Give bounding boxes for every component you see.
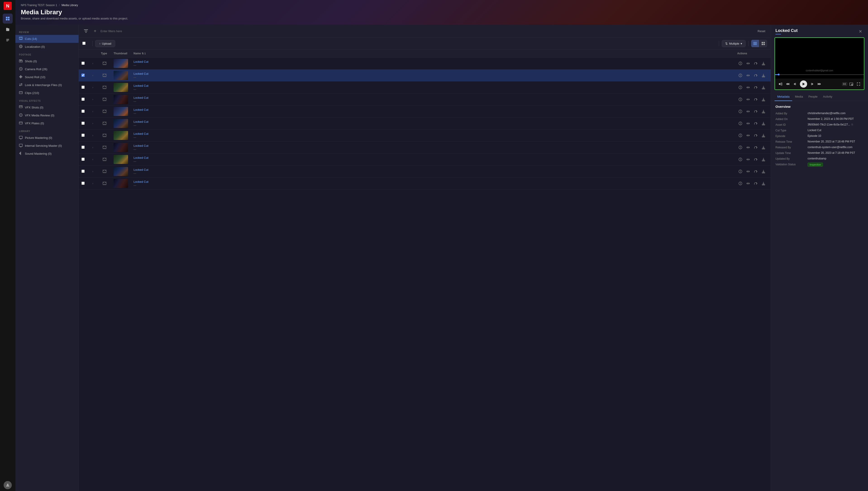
sidebar-item-localization[interactable]: Localization (0)	[16, 43, 79, 51]
row-expand-btn-8[interactable]: ›	[90, 145, 95, 150]
row-checkbox-5[interactable]	[82, 110, 85, 113]
row-info-btn-1[interactable]	[737, 60, 744, 66]
row-thumbnail-1[interactable]	[114, 59, 128, 68]
row-forward-btn-6[interactable]	[753, 120, 759, 126]
tab-metadata[interactable]: Metadata	[775, 93, 792, 101]
row-thumbnail-2[interactable]	[114, 71, 128, 80]
row-share-btn-10[interactable]	[745, 168, 751, 175]
row-expand-btn-1[interactable]: ›	[90, 61, 95, 66]
sidebar-item-clips[interactable]: Clips (210)	[16, 89, 79, 97]
row-share-btn-11[interactable]	[745, 180, 751, 186]
folder-icon-btn[interactable]	[3, 25, 13, 34]
row-download-btn-9[interactable]	[760, 156, 767, 163]
row-expand-btn-3[interactable]: ›	[90, 85, 95, 90]
captions-button[interactable]: CC	[842, 82, 847, 86]
row-share-btn-3[interactable]	[745, 84, 751, 91]
row-name-1[interactable]: Locked Cut	[133, 60, 732, 63]
row-checkbox-7[interactable]	[82, 134, 85, 137]
row-info-btn-9[interactable]	[737, 156, 744, 163]
row-forward-btn-11[interactable]	[753, 180, 759, 186]
row-expand-btn-11[interactable]: ›	[90, 181, 95, 186]
sort-button[interactable]: ⇅ Multiple ▾	[722, 40, 746, 47]
row-download-btn-2[interactable]	[760, 72, 767, 79]
row-expand-btn-6[interactable]: ›	[90, 121, 95, 126]
row-share-btn-7[interactable]	[745, 132, 751, 139]
row-forward-btn-9[interactable]	[753, 156, 759, 163]
list-view-button[interactable]	[751, 40, 759, 47]
row-share-btn-9[interactable]	[745, 156, 751, 163]
row-name-8[interactable]: Locked Cut	[133, 144, 732, 147]
fullscreen-button[interactable]	[855, 81, 862, 87]
sidebar-item-vfx-media-review[interactable]: VFX Media Review (0)	[16, 111, 79, 119]
row-forward-btn-1[interactable]	[753, 60, 759, 66]
copy-asset-id-button[interactable]: ⎘	[851, 123, 853, 126]
row-name-7[interactable]: Locked Cut	[133, 132, 732, 136]
play-button[interactable]	[800, 80, 807, 88]
add-filter-icon[interactable]: +	[91, 27, 99, 35]
row-checkbox-8[interactable]	[82, 146, 85, 149]
row-thumbnail-8[interactable]	[114, 143, 128, 152]
media-library-icon-btn[interactable]	[3, 13, 13, 24]
row-thumbnail-9[interactable]	[114, 155, 128, 164]
tab-people[interactable]: People	[806, 93, 820, 101]
row-forward-btn-7[interactable]	[753, 132, 759, 139]
row-checkbox-10[interactable]	[82, 170, 85, 173]
breadcrumb-project[interactable]: NPS Training TEST: Season 1	[21, 4, 57, 7]
volume-button[interactable]	[777, 81, 784, 87]
row-download-btn-8[interactable]	[760, 144, 767, 151]
row-info-btn-8[interactable]	[737, 144, 744, 151]
row-thumbnail-5[interactable]	[114, 107, 128, 116]
row-info-btn-3[interactable]	[737, 84, 744, 91]
row-thumbnail-11[interactable]	[114, 179, 128, 188]
pip-button[interactable]	[848, 81, 855, 87]
row-forward-btn-5[interactable]	[753, 108, 759, 115]
row-checkbox-11[interactable]	[82, 182, 85, 185]
row-download-btn-5[interactable]	[760, 108, 767, 115]
row-info-btn-10[interactable]	[737, 168, 744, 175]
row-thumbnail-3[interactable]	[114, 83, 128, 92]
row-download-btn-1[interactable]	[760, 60, 767, 66]
netflix-logo[interactable]: N	[4, 2, 12, 10]
filter-input[interactable]	[100, 29, 754, 33]
row-download-btn-10[interactable]	[760, 168, 767, 175]
row-name-9[interactable]: Locked Cut	[133, 156, 732, 160]
row-checkbox-1[interactable]	[82, 62, 85, 65]
row-expand-btn-2[interactable]: ›	[90, 73, 95, 78]
row-download-btn-4[interactable]	[760, 96, 767, 103]
row-checkbox-3[interactable]	[82, 86, 85, 89]
row-name-3[interactable]: Locked Cut	[133, 84, 732, 87]
sidebar-item-picture-mastering[interactable]: Picture Mastering (0)	[16, 134, 79, 142]
row-info-btn-4[interactable]	[737, 96, 744, 103]
row-name-11[interactable]: Locked Cut	[133, 180, 732, 183]
sidebar-item-look-interchange[interactable]: Look & Interchange Files (0)	[16, 81, 79, 89]
filter-icon[interactable]	[82, 27, 90, 35]
sidebar-item-camera-roll[interactable]: Camera Roll (26)	[16, 65, 79, 73]
row-expand-btn-7[interactable]: ›	[90, 133, 95, 138]
tab-media[interactable]: Media	[792, 93, 806, 101]
grid-view-button[interactable]	[760, 40, 767, 47]
fast-forward-button[interactable]	[816, 81, 823, 87]
row-thumbnail-10[interactable]	[114, 167, 128, 176]
row-name-2[interactable]: Locked Cut	[133, 72, 732, 76]
row-info-btn-6[interactable]	[737, 120, 744, 126]
select-all-checkbox[interactable]	[82, 42, 86, 45]
row-info-btn-2[interactable]	[737, 72, 744, 79]
user-avatar[interactable]	[4, 481, 12, 489]
row-share-btn-1[interactable]	[745, 60, 751, 66]
reset-button[interactable]: Reset	[756, 29, 767, 34]
row-thumbnail-7[interactable]	[114, 131, 128, 140]
sidebar-item-cuts[interactable]: Cuts (14)	[16, 35, 79, 43]
row-share-btn-6[interactable]	[745, 120, 751, 126]
close-panel-button[interactable]: ✕	[857, 28, 864, 35]
row-name-4[interactable]: Locked Cut	[133, 96, 732, 99]
row-name-6[interactable]: Locked Cut	[133, 120, 732, 123]
row-name-10[interactable]: Locked Cut	[133, 168, 732, 171]
row-download-btn-11[interactable]	[760, 180, 767, 186]
row-download-btn-6[interactable]	[760, 120, 767, 126]
sidebar-item-sound-mastering[interactable]: Sound Mastering (0)	[16, 150, 79, 157]
row-share-btn-8[interactable]	[745, 144, 751, 151]
row-forward-btn-2[interactable]	[753, 72, 759, 79]
upload-button[interactable]: ↑ Upload	[95, 40, 115, 47]
row-download-btn-3[interactable]	[760, 84, 767, 91]
row-forward-btn-3[interactable]	[753, 84, 759, 91]
